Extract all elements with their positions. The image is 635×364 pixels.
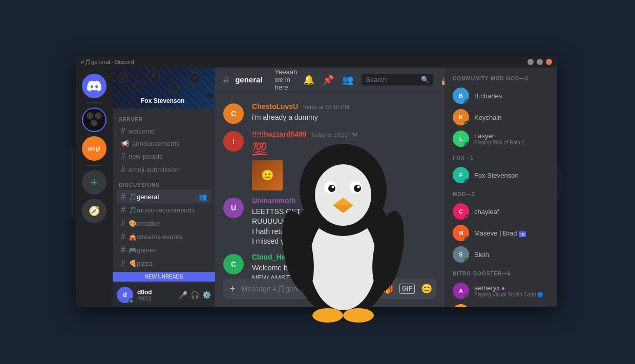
search-bar[interactable]: Search 🔍 — [362, 74, 433, 85]
channel-creative[interactable]: # 🎨creative — [117, 217, 211, 230]
member-lasyen[interactable]: L Lasyen Playing Risk of Rain 2 — [449, 129, 553, 149]
user-tag: #9803 — [137, 296, 175, 302]
message-username-2: !!!!!hazzard5499 — [252, 130, 307, 138]
member-maseve[interactable]: M Maseve | Brad ID — [449, 223, 553, 243]
member-avatar-bcharles: B — [453, 88, 469, 104]
explore-servers-button[interactable]: 🧭 — [82, 199, 107, 223]
discord-window: #🎵general - Discord — [76, 56, 557, 307]
hash-icon: # — [121, 192, 125, 201]
speaker-icon: 📢 — [121, 140, 129, 147]
message-content-2: !!!!!hazzard5499 Today at 10:13 PM 💯 😐 — [252, 130, 436, 190]
member-chayleaf[interactable]: C chayleaf — [449, 201, 553, 222]
server-icon-fox[interactable] — [82, 108, 107, 132]
chat-header: # general Yeeaah we in here 🔔 📌 👥 Search… — [215, 68, 444, 92]
user-status-dot — [129, 298, 134, 304]
chat-input-area: + 🎁 GIF 😊 — [215, 279, 444, 307]
channel-emoji-submission[interactable]: # emoji-submission — [117, 163, 211, 176]
channel-streams-events[interactable]: # 🎪streams-events — [117, 230, 211, 243]
user-avatar-initial: d — [123, 291, 126, 298]
member-activity-aetheryx: Playing Visual Studio Code 🔵 — [474, 292, 549, 297]
channel-new-people[interactable]: # new-people — [117, 149, 211, 163]
nitro-badge-captain: ♦ — [517, 306, 520, 307]
message-username-3: Uninanimoth — [252, 197, 296, 205]
member-avatar-fox: F — [453, 167, 469, 183]
hash-icon: # — [121, 259, 125, 268]
gif-button[interactable]: GIF — [399, 284, 415, 294]
svg-point-20 — [89, 115, 91, 117]
add-server-button[interactable]: + — [82, 170, 107, 195]
window-controls — [527, 59, 552, 65]
member-info-slein: Slein — [474, 251, 549, 259]
server-icon-discord[interactable] — [82, 74, 107, 98]
channel-topic: Yeeaah we in here — [274, 68, 297, 91]
main-chat: # general Yeeaah we in here 🔔 📌 👥 Search… — [215, 68, 444, 307]
member-captain-yoink[interactable]: C Captain Yoink ♦ Playing FL Studio 20 — [449, 302, 553, 307]
message-avatar-4: C — [223, 254, 244, 274]
member-avatar-chayleaf: C — [453, 203, 469, 220]
svg-point-22 — [93, 122, 95, 124]
members-icon[interactable]: 👥 — [342, 74, 353, 85]
channel-name: 🎪streams-events — [129, 233, 182, 241]
title-bar: #🎵general - Discord — [76, 56, 557, 68]
channel-name: welcome — [129, 127, 155, 135]
member-slein[interactable]: S Slein — [449, 244, 553, 265]
member-name-chayleaf: chayleaf — [474, 208, 549, 216]
message-input[interactable] — [242, 279, 378, 299]
member-name-bcharles: B.charles — [474, 92, 549, 100]
attach-button[interactable]: + — [227, 279, 238, 299]
message-username-1: ChestoLuvsU — [252, 102, 298, 111]
member-activity-lasyen: Playing Risk of Rain 2 — [474, 140, 549, 145]
member-info-keychain: Keychain — [474, 114, 549, 121]
member-aetheryx[interactable]: A aetheryx ♦ Playing Visual Studio Code … — [449, 281, 553, 301]
member-info-aetheryx: aetheryx ♦ Playing Visual Studio Code 🔵 — [474, 284, 549, 297]
minimize-button[interactable] — [527, 59, 534, 65]
message-image-2: 😐 — [252, 160, 283, 190]
add-member-icon[interactable]: 👥 — [199, 193, 207, 201]
svg-point-30 — [193, 76, 196, 79]
message-timestamp-3: Today at 10:22 PM — [300, 198, 347, 204]
message-timestamp-1: Today at 10:10 PM — [302, 104, 349, 110]
close-button[interactable] — [546, 59, 552, 65]
pin-icon[interactable]: 📌 — [323, 74, 334, 85]
member-bcharles[interactable]: B B.charles — [449, 85, 553, 106]
gift-icon[interactable]: 🎁 — [382, 283, 393, 294]
member-fox-stevenson[interactable]: F Fox Stevenson — [449, 165, 553, 185]
message-content-3: Uninanimoth Today at 10:22 PM LEETTSS GE… — [252, 197, 436, 247]
message-text-1: i'm already a dummy — [252, 113, 436, 123]
members-sidebar: COMMUNITY MOD GOD—3 B B.charles K Keycha… — [444, 68, 557, 307]
hash-icon: # — [121, 232, 125, 241]
headphones-button[interactable]: 🎧 — [190, 291, 199, 299]
message-text-3a: LEETTSS GET READY TO RUUUUUUMMMMMBBBBBBB… — [252, 207, 436, 227]
channel-general[interactable]: # 🎵general 👥 — [117, 190, 211, 203]
member-keychain[interactable]: K Keychain — [449, 107, 553, 127]
channel-music-recommends[interactable]: # 🎵music-recommends — [117, 203, 211, 217]
maximize-button[interactable] — [537, 59, 543, 65]
member-status-fox — [464, 179, 469, 183]
server-banner-name: Fox Stevenson — [141, 97, 184, 104]
chat-input-box: + 🎁 GIF 😊 — [223, 279, 436, 299]
member-info-chayleaf: chayleaf — [474, 208, 549, 216]
mic-button[interactable]: 🎤 — [179, 291, 187, 299]
search-label: Search — [366, 76, 418, 83]
channel-name: 🎵music-recommends — [129, 206, 195, 214]
channel-pizza[interactable]: # 🍕pizza — [117, 256, 211, 270]
server-icon-omg[interactable]: omg! — [82, 136, 107, 161]
server-section-title: SERVER — [117, 117, 211, 122]
channel-announcements[interactable]: 📢 announcements — [117, 138, 211, 149]
notifications-icon[interactable]: 🔔 — [303, 74, 314, 85]
emoji-button[interactable]: 😊 — [421, 283, 432, 294]
settings-button[interactable]: ⚙️ — [202, 291, 211, 299]
user-name: d0od — [137, 289, 175, 296]
message-text-4a: Welcome back my dude — [252, 263, 436, 273]
channel-welcome[interactable]: # welcome — [117, 124, 211, 138]
new-unreads-banner[interactable]: NEW UNREADS — [113, 272, 215, 282]
message-username-4: Cloud_Head (pingE pong! — [252, 253, 340, 261]
channel-games[interactable]: # 🎮games — [117, 243, 211, 256]
channel-name: 🎮games — [129, 246, 157, 254]
member-status-chayleaf — [464, 215, 469, 220]
member-info-bcharles: B.charles — [474, 92, 549, 100]
server-separator — [86, 102, 102, 103]
user-area: d d0od #9803 🎤 🎧 ⚙️ — [113, 283, 215, 307]
svg-point-31 — [206, 92, 214, 100]
member-avatar-maseve: M — [453, 225, 469, 241]
